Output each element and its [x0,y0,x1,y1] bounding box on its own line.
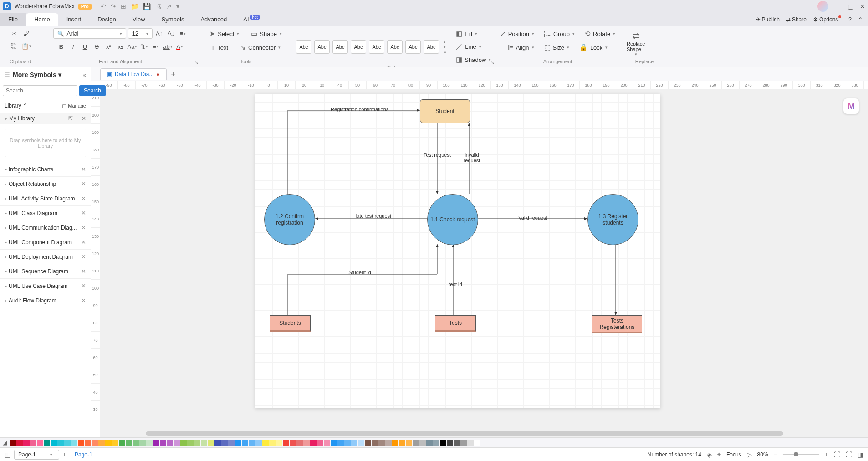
datastore-registrations[interactable]: Tests Registerations [592,315,642,333]
group-button[interactable]: ⿺Group▾ [541,29,577,39]
symbol-category[interactable]: ▸Object Relationship✕ [0,176,91,191]
color-swatch[interactable] [16,440,23,446]
color-swatch[interactable] [283,440,289,446]
print-icon[interactable]: 🖨 [155,3,162,10]
fullscreen-icon[interactable]: ⛶ [846,451,852,458]
highlight-icon[interactable]: ab▾ [163,41,173,51]
color-swatch[interactable] [460,440,467,446]
font-size-select[interactable]: 12▾ [128,28,153,39]
layers-icon[interactable]: ◈ [707,451,712,458]
share-button[interactable]: ⇄ Share [786,16,807,23]
canvas[interactable]: Student 1.2 Confirm registration 1.1 Che… [100,89,868,430]
user-avatar[interactable] [817,1,828,12]
connector-tool[interactable]: ↘Connector▾ [237,42,283,53]
focus-target-icon[interactable]: ⌖ [717,451,721,458]
color-swatch[interactable] [378,440,385,446]
cut-icon[interactable]: ✂ [10,28,20,38]
qat-more-icon[interactable]: ▾ [176,3,179,10]
close-icon[interactable]: ✕ [860,3,865,10]
mylib-close-icon[interactable]: ✕ [82,115,86,122]
color-swatch[interactable] [51,440,57,446]
mylib-add-icon[interactable]: + [76,115,79,122]
color-swatch[interactable] [153,440,159,446]
collapse-sidebar-icon[interactable]: « [83,72,86,78]
color-swatch[interactable] [290,440,296,446]
add-document-icon[interactable]: + [171,70,175,78]
datastore-tests[interactable]: Tests [435,315,476,332]
align-button[interactable]: ⊫Align▾ [505,42,537,53]
mylib-caret-icon[interactable]: ▾ [5,115,7,122]
symbol-category[interactable]: ▸Infographic Charts✕ [0,162,91,176]
add-page-icon[interactable]: + [63,451,66,458]
color-swatch[interactable] [30,440,36,446]
zoom-out-icon[interactable]: − [774,451,777,458]
style-gallery[interactable]: AbcAbcAbcAbcAbcAbcAbcAbc [296,40,439,54]
color-swatch[interactable] [269,440,276,446]
eyedropper-icon[interactable]: ◢ [3,440,9,446]
style-preset[interactable]: Abc [369,40,384,54]
color-swatch[interactable] [71,440,77,446]
color-swatch[interactable] [296,440,303,446]
color-swatch[interactable] [64,440,71,446]
color-swatch[interactable] [180,440,187,446]
color-swatch[interactable] [242,440,248,446]
underline-icon[interactable]: U [80,41,90,51]
collapse-ribbon-icon[interactable]: ⌃ [858,16,863,23]
color-swatch[interactable] [187,440,194,446]
manage-library-button[interactable]: ▢ Manage [62,103,86,109]
tab-design[interactable]: Design [89,13,124,26]
color-swatch[interactable] [92,440,98,446]
font-family-select[interactable]: 🔍Arial▾ [53,28,126,39]
page[interactable]: Student 1.2 Confirm registration 1.1 Che… [255,94,660,408]
case-icon[interactable]: Aa▾ [128,41,138,51]
color-swatch[interactable] [23,440,30,446]
style-preset[interactable]: Abc [424,40,439,54]
help-icon[interactable]: ? [848,16,852,23]
color-swatch[interactable] [385,440,392,446]
font-dialog-icon[interactable]: ↘ [194,60,198,65]
color-swatch[interactable] [98,440,105,446]
tab-symbols[interactable]: Symbols [153,13,193,26]
tab-file[interactable]: File [0,13,26,26]
color-swatch[interactable] [133,440,139,446]
rotate-button[interactable]: ⟲Rotate▾ [582,28,618,39]
new-icon[interactable]: ⊞ [121,3,126,10]
close-category-icon[interactable]: ✕ [81,224,86,231]
color-swatch[interactable] [467,440,474,446]
color-swatch[interactable] [372,440,378,446]
horizontal-scrollbar[interactable] [100,430,868,437]
style-preset[interactable]: Abc [332,40,348,54]
color-swatch[interactable] [276,440,282,446]
color-swatch[interactable] [174,440,180,446]
zoom-in-icon[interactable]: + [825,451,828,458]
publish-button[interactable]: ✈ Publish [756,16,780,23]
format-painter-icon[interactable]: 🖌 [21,28,31,38]
text-tool[interactable]: TText [208,42,231,53]
align-icon[interactable]: ≡▾ [178,29,188,39]
maximize-icon[interactable]: ▢ [848,3,853,10]
datastore-students[interactable]: Students [270,315,311,332]
color-swatch[interactable] [419,440,426,446]
page-tab-1[interactable]: Page-1 [70,450,97,459]
color-swatch[interactable] [119,440,125,446]
close-category-icon[interactable]: ✕ [81,297,86,304]
close-category-icon[interactable]: ✕ [81,268,86,275]
symbol-category[interactable]: ▸UML Component Diagram✕ [0,235,91,249]
symbol-category[interactable]: ▸UML Communication Diag...✕ [0,220,91,235]
export-icon[interactable]: ↗ [166,3,172,10]
more-symbols-button[interactable]: More Symbols ▾ [13,71,80,78]
style-preset[interactable]: Abc [387,40,403,54]
strike-icon[interactable]: S [92,41,102,51]
fit-page-icon[interactable]: ⛶ [834,451,840,458]
symbol-category[interactable]: ▸UML Use Case Diagram✕ [0,278,91,293]
close-category-icon[interactable]: ✕ [81,210,86,216]
color-swatch[interactable] [201,440,207,446]
style-preset[interactable]: Abc [314,40,330,54]
color-swatch[interactable] [440,440,446,446]
shadow-button[interactable]: ◨Shadow▾ [453,54,494,65]
decrease-font-icon[interactable]: A↓ [166,29,176,39]
color-swatch[interactable] [344,440,351,446]
style-preset[interactable]: Abc [296,40,311,54]
library-toggle[interactable]: Library ⌃ [5,102,62,109]
lock-button[interactable]: 🔒Lock▾ [577,42,610,53]
